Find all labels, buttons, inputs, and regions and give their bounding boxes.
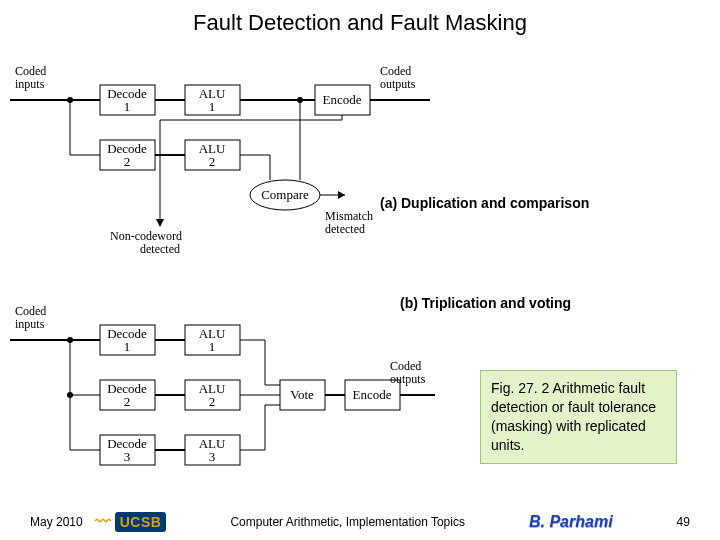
svg-text:2: 2 [124, 154, 131, 169]
svg-text:detected: detected [325, 222, 365, 236]
svg-text:2: 2 [209, 394, 216, 409]
svg-text:Coded: Coded [380, 64, 411, 78]
svg-text:Vote: Vote [290, 387, 314, 402]
svg-text:Encode: Encode [353, 387, 392, 402]
slide-title: Fault Detection and Fault Masking [0, 10, 720, 36]
svg-text:inputs: inputs [15, 77, 45, 91]
svg-text:Coded: Coded [390, 359, 421, 373]
svg-text:Mismatch: Mismatch [325, 209, 373, 223]
svg-text:detected: detected [140, 242, 180, 256]
footer-author: B. Parhami [529, 513, 613, 531]
svg-marker-34 [338, 191, 345, 199]
footer: May 2010 〰 UCSB Computer Arithmetic, Imp… [0, 512, 720, 532]
svg-text:Compare: Compare [261, 187, 309, 202]
footer-date: May 2010 [30, 515, 83, 529]
footer-center: Computer Arithmetic, Implementation Topi… [230, 515, 465, 529]
svg-text:1: 1 [209, 339, 216, 354]
ucsb-wave-icon: 〰 [95, 513, 111, 531]
svg-text:2: 2 [209, 154, 216, 169]
svg-text:3: 3 [209, 449, 216, 464]
caption-a: (a) Duplication and comparison [380, 195, 589, 211]
svg-marker-40 [156, 219, 164, 227]
svg-text:outputs: outputs [380, 77, 416, 91]
svg-text:Non-codeword: Non-codeword [110, 229, 182, 243]
svg-text:outputs: outputs [390, 372, 426, 386]
svg-text:Encode: Encode [323, 92, 362, 107]
svg-text:1: 1 [124, 339, 131, 354]
diagram-triplication: Coded inputs Decode 1 Decode 2 Decode 3 … [10, 300, 440, 495]
svg-text:1: 1 [124, 99, 131, 114]
ucsb-logo: 〰 UCSB [95, 512, 167, 532]
svg-text:3: 3 [124, 449, 131, 464]
svg-text:inputs: inputs [15, 317, 45, 331]
page-number: 49 [677, 515, 690, 529]
svg-text:Coded: Coded [15, 304, 46, 318]
diagram-duplication: Coded inputs Decode 1 Decode 2 ALU 1 ALU… [10, 60, 440, 260]
figure-caption-box: Fig. 27. 2 Arithmetic fault detection or… [480, 370, 677, 464]
svg-text:2: 2 [124, 394, 131, 409]
svg-text:Coded: Coded [15, 64, 46, 78]
svg-text:1: 1 [209, 99, 216, 114]
caption-b: (b) Triplication and voting [400, 295, 571, 311]
